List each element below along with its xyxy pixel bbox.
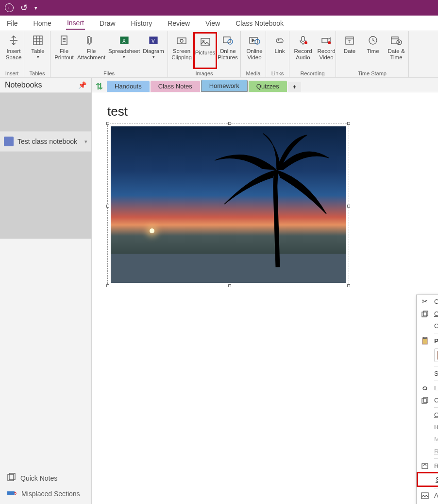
- insert-space-icon: [7, 34, 20, 47]
- ctx-alt-text[interactable]: Alt Text...: [417, 489, 438, 502]
- online-video-button[interactable]: Online Video: [243, 32, 266, 69]
- section-tabs: ⇅ Handouts Class Notes Homework Quizzes …: [92, 78, 438, 92]
- file-printout-button[interactable]: File Printout: [52, 32, 76, 69]
- tab-add[interactable]: +: [288, 82, 302, 92]
- restore-icon: [421, 463, 429, 469]
- time-button[interactable]: Time: [361, 32, 385, 69]
- svg-text:7: 7: [348, 39, 351, 44]
- menu-review[interactable]: Review: [167, 17, 191, 29]
- quick-notes-button[interactable]: Quick Notes: [0, 470, 91, 486]
- svg-rect-21: [391, 37, 398, 44]
- menu-history[interactable]: History: [130, 17, 153, 29]
- menu-file[interactable]: File: [6, 17, 19, 29]
- ctx-restore-label: Restore to Original Size: [434, 462, 438, 469]
- pictures-button[interactable]: Pictures: [193, 32, 217, 69]
- back-icon[interactable]: ←: [5, 3, 14, 12]
- tab-handouts[interactable]: Handouts: [107, 81, 150, 92]
- menu-class-notebook[interactable]: Class Notebook: [235, 17, 285, 29]
- misplaced-label: Misplaced Sections: [21, 490, 80, 498]
- section-list-placeholder[interactable]: [0, 151, 91, 239]
- record-video-button[interactable]: Record Video: [315, 32, 338, 69]
- ctx-copy-link-paragraph[interactable]: Copy Link to Paragraph: [417, 394, 438, 406]
- qat-dropdown-icon[interactable]: ▾: [34, 5, 37, 11]
- misplaced-sections-button[interactable]: ? Misplaced Sections: [0, 486, 91, 501]
- ctx-rotate[interactable]: Rotate▸: [417, 421, 438, 433]
- ctx-paste-options-label: Paste Options:: [434, 337, 438, 345]
- sidebar: Notebooks 📌 Test class notebook ▾ Quick …: [0, 78, 92, 504]
- svg-rect-14: [302, 36, 304, 41]
- spreadsheet-icon: X: [118, 34, 131, 47]
- spreadsheet-label: Spreadsheet: [108, 48, 140, 54]
- screen-clipping-button[interactable]: Screen Clipping: [170, 32, 193, 69]
- file-printout-icon: [58, 34, 70, 47]
- pin-icon[interactable]: 📌: [78, 81, 86, 89]
- ctx-set-picture-background[interactable]: Set Picture as Background: [417, 472, 438, 487]
- file-attachment-button[interactable]: File Attachment: [76, 32, 107, 69]
- ctx-restore-original-size[interactable]: Restore to Original Size: [417, 460, 438, 472]
- svg-point-7: [180, 39, 183, 42]
- page-title[interactable]: test: [107, 104, 422, 119]
- link-button[interactable]: Link: [268, 32, 291, 69]
- online-pictures-button[interactable]: Online Pictures: [217, 32, 238, 69]
- notebook-item-test-class[interactable]: Test class notebook ▾: [0, 131, 91, 151]
- group-files-label: Files: [51, 70, 168, 77]
- undo-icon[interactable]: ↺: [20, 2, 28, 13]
- table-button[interactable]: Table ▾: [26, 32, 50, 69]
- date-time-button[interactable]: Date & Time: [385, 32, 408, 69]
- online-pictures-label: Online Pictures: [218, 48, 238, 60]
- ctx-paste-keep-source[interactable]: [434, 348, 438, 362]
- attachment-icon: [85, 34, 98, 47]
- file-printout-label: File Printout: [54, 48, 74, 60]
- file-attachment-label: File Attachment: [77, 48, 105, 60]
- link-icon: [273, 34, 286, 47]
- scissors-icon: ✂: [421, 297, 429, 305]
- svg-text:?: ?: [14, 491, 17, 497]
- notebook-item-collapsed[interactable]: [0, 92, 91, 131]
- diagram-button[interactable]: V Diagram ▾: [141, 32, 166, 69]
- menu-view[interactable]: View: [204, 17, 221, 29]
- screen-clipping-label: Screen Clipping: [171, 48, 192, 60]
- ctx-copy-text-from-picture[interactable]: Copy Text from Picture: [417, 320, 438, 332]
- menu-home[interactable]: Home: [33, 17, 52, 29]
- ctx-make-searchable[interactable]: Make Text in Image Searchable▸: [417, 502, 438, 504]
- insert-space-label: Insert Space: [6, 48, 22, 60]
- notebook-icon: [4, 137, 14, 146]
- link-icon: [421, 385, 429, 392]
- date-button[interactable]: 7 Date: [338, 32, 361, 69]
- ctx-save-as[interactable]: Save As...: [417, 367, 438, 380]
- svg-point-9: [202, 40, 204, 42]
- group-insert-label: Insert: [0, 70, 24, 77]
- record-video-label: Record Video: [317, 48, 335, 60]
- palm-sunset-image[interactable]: [111, 126, 346, 283]
- svg-rect-1: [61, 36, 67, 45]
- alt-text-icon: [421, 492, 429, 499]
- link-label: Link: [274, 48, 285, 54]
- insert-space-button[interactable]: Insert Space: [2, 32, 25, 69]
- menu-insert[interactable]: Insert: [66, 17, 85, 30]
- chevron-down-icon: ▾: [84, 139, 87, 145]
- table-icon: [32, 34, 44, 47]
- time-label: Time: [367, 48, 379, 54]
- ctx-link[interactable]: Link... (Ctrl+K): [417, 382, 438, 394]
- online-video-label: Online Video: [246, 48, 262, 60]
- menu-draw[interactable]: Draw: [99, 17, 117, 29]
- group-links-label: Links: [266, 70, 289, 77]
- tab-class-notes[interactable]: Class Notes: [151, 81, 200, 92]
- ctx-copy[interactable]: Copy: [417, 308, 438, 320]
- page-canvas[interactable]: test: [92, 92, 438, 504]
- quick-notes-icon: [7, 473, 16, 483]
- spreadsheet-button[interactable]: X Spreadsheet ▾: [107, 32, 141, 69]
- tab-quizzes[interactable]: Quizzes: [249, 81, 287, 92]
- tab-homework[interactable]: Homework: [201, 80, 248, 92]
- reorder-icon[interactable]: ⇅: [96, 81, 103, 92]
- ctx-order[interactable]: Order▸: [417, 409, 438, 421]
- camera-icon: [175, 34, 188, 47]
- ctx-cut[interactable]: ✂Cut: [417, 295, 438, 308]
- svg-rect-6: [177, 38, 186, 44]
- ctx-paste-options-heading: Paste Options:: [417, 334, 438, 347]
- context-menu: ✂Cut Copy Copy Text from Picture Paste O…: [416, 295, 438, 504]
- group-media-label: Media: [241, 70, 266, 77]
- record-audio-button[interactable]: Record Audio: [291, 32, 315, 69]
- copy-icon: [421, 311, 429, 317]
- selected-image-container[interactable]: [107, 123, 349, 286]
